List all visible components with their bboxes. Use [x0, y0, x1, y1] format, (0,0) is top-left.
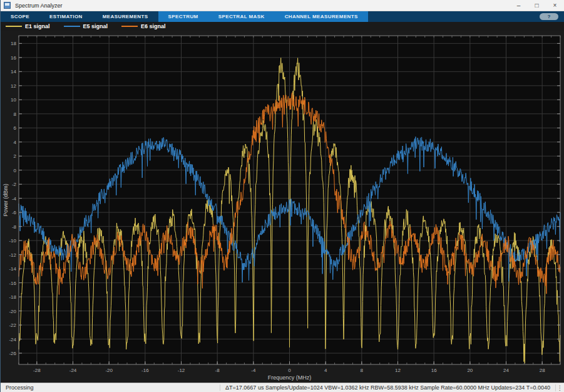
x-tick-label: 28	[540, 368, 545, 373]
y-tick-label: 4	[14, 140, 17, 145]
e1-line-swatch-icon	[6, 26, 22, 27]
x-tick-label: 4	[324, 368, 327, 373]
legend: E1 signal E5 signal E6 signal	[1, 22, 564, 31]
x-tick-label: -28	[33, 368, 41, 373]
x-tick-label: 8	[361, 368, 364, 373]
help-button[interactable]: ?	[540, 13, 558, 20]
y-tick-label: -14	[9, 266, 16, 272]
x-tick-label: -20	[105, 368, 113, 373]
e5-line-swatch-icon	[64, 26, 80, 27]
y-tick-label: -10	[9, 238, 16, 244]
tab-estimation[interactable]: ESTIMATION	[39, 11, 93, 22]
legend-label-e6: E6 signal	[141, 23, 166, 29]
y-axis-label: Power (dBm)	[3, 183, 9, 217]
y-tick-label: -8	[12, 224, 17, 230]
tab-channel-measurements[interactable]: CHANNEL MEASUREMENTS	[275, 11, 368, 22]
tab-measurements[interactable]: MEASUREMENTS	[93, 11, 158, 22]
y-tick-label: -6	[12, 210, 17, 215]
kebab-menu-icon[interactable]: ⋮	[555, 384, 564, 391]
x-tick-label: -24	[69, 368, 77, 373]
legend-label-e1: E1 signal	[25, 23, 50, 29]
x-tick-label: 16	[431, 368, 437, 373]
spectrum-analyzer-window: Spectrum Analyzer – □ × SCOPE ESTIMATION…	[0, 0, 564, 392]
close-button[interactable]: ×	[546, 0, 564, 11]
x-tick-label: -12	[178, 368, 185, 373]
x-tick-label: 12	[395, 368, 401, 373]
y-tick-label: -22	[9, 322, 16, 328]
y-tick-label: -2	[12, 182, 17, 187]
y-tick-label: -18	[9, 294, 16, 300]
y-tick-label: 12	[11, 83, 16, 89]
x-tick-label: -8	[215, 368, 220, 373]
y-tick-label: -4	[12, 196, 17, 202]
y-tick-label: -20	[9, 309, 16, 314]
toolstrip: SCOPE ESTIMATION MEASUREMENTS SPECTRUM S…	[1, 11, 564, 22]
x-axis-label: Frequency (MHz)	[268, 374, 312, 381]
status-message: Processing	[1, 384, 220, 391]
title-bar: Spectrum Analyzer – □ ×	[1, 0, 564, 11]
minimize-button[interactable]: –	[510, 0, 528, 11]
measurements-tab-group: SPECTRUM SPECTRAL MASK CHANNEL MEASUREME…	[158, 11, 368, 22]
status-stats: ΔT=17.0667 us Samples/Update=1024 VBW=1.…	[220, 384, 555, 391]
scope-display: -28-24-20-16-12-8-4048121620242818161412…	[1, 31, 564, 383]
x-tick-label: 24	[503, 368, 509, 373]
e6-line-swatch-icon	[121, 26, 138, 27]
y-tick-label: -12	[9, 252, 16, 258]
x-tick-label: -16	[141, 368, 149, 373]
plot-area[interactable]: -28-24-20-16-12-8-4048121620242818161412…	[1, 31, 564, 383]
status-bar: Processing ΔT=17.0667 us Samples/Update=…	[1, 383, 564, 392]
y-tick-label: 18	[11, 41, 16, 46]
y-tick-label: 0	[14, 168, 17, 173]
y-tick-label: -24	[9, 337, 16, 343]
app-icon	[4, 2, 11, 9]
y-tick-label: 14	[11, 69, 16, 75]
tab-spectrum[interactable]: SPECTRUM	[158, 11, 208, 22]
x-tick-label: 0	[288, 368, 291, 373]
y-tick-label: 6	[14, 125, 17, 131]
y-tick-label: -26	[9, 351, 16, 356]
legend-item-e5[interactable]: E5 signal	[64, 23, 108, 29]
window-title: Spectrum Analyzer	[15, 3, 510, 9]
x-tick-label: 20	[467, 368, 473, 373]
y-tick-label: 16	[11, 55, 16, 61]
maximize-button[interactable]: □	[528, 0, 546, 11]
legend-item-e1[interactable]: E1 signal	[6, 23, 50, 29]
y-tick-label: -16	[9, 281, 16, 286]
legend-item-e6[interactable]: E6 signal	[121, 23, 166, 29]
y-tick-label: 10	[11, 97, 16, 103]
y-tick-label: 8	[14, 111, 17, 117]
legend-label-e5: E5 signal	[83, 23, 108, 29]
x-tick-label: -4	[251, 368, 256, 373]
y-tick-label: 2	[14, 153, 17, 159]
tab-spectral-mask[interactable]: SPECTRAL MASK	[208, 11, 275, 22]
tab-scope[interactable]: SCOPE	[1, 11, 39, 22]
